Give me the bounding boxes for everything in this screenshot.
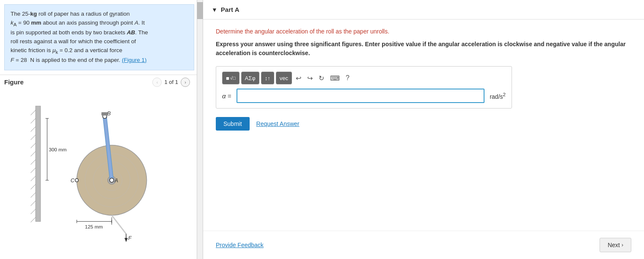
keyboard-button[interactable]: ⌨ bbox=[328, 73, 342, 83]
part-title: Part A bbox=[221, 6, 239, 13]
svg-line-10 bbox=[30, 184, 36, 189]
part-collapse-icon[interactable]: ▼ bbox=[212, 6, 217, 13]
part-header: ▼ Part A bbox=[203, 0, 644, 19]
next-chevron-icon: › bbox=[622, 242, 623, 248]
provide-feedback-button[interactable]: Provide Feedback bbox=[216, 242, 264, 248]
problem-text-content: The 25-kg roll of paper has a radius of … bbox=[11, 11, 148, 63]
svg-text:125 mm: 125 mm bbox=[85, 224, 102, 229]
matrix-button[interactable]: ■ √□ bbox=[223, 72, 239, 84]
svg-line-14 bbox=[30, 217, 36, 223]
svg-point-28 bbox=[110, 178, 114, 182]
svg-text:F: F bbox=[128, 235, 132, 241]
right-panel: ▼ Part A Determine the angular accelerat… bbox=[203, 0, 644, 259]
svg-line-9 bbox=[30, 176, 36, 181]
svg-rect-41 bbox=[101, 112, 108, 116]
svg-line-4 bbox=[30, 135, 36, 140]
figure-header: Figure ‹ 1 of 1 › bbox=[0, 75, 203, 89]
figure-link[interactable]: (Figure 1) bbox=[122, 57, 147, 63]
svg-text:A: A bbox=[114, 178, 118, 184]
scrollbar-thumb[interactable] bbox=[197, 2, 203, 19]
matrix-icon: ■ bbox=[226, 75, 229, 81]
toolbar-group-4: vec bbox=[276, 72, 292, 84]
part-content: Determine the angular acceleration of th… bbox=[203, 19, 644, 231]
problem-text: The 25-kg roll of paper has a radius of … bbox=[4, 4, 194, 70]
svg-text:C: C bbox=[70, 178, 74, 184]
figure-nav: ‹ 1 of 1 › bbox=[152, 78, 190, 87]
refresh-button[interactable]: ↻ bbox=[316, 73, 326, 83]
next-label: Next bbox=[608, 242, 620, 248]
svg-line-1 bbox=[30, 110, 36, 115]
input-row: α = rad/s2 bbox=[222, 89, 506, 103]
left-panel: The 25-kg roll of paper has a radius of … bbox=[0, 0, 203, 259]
svg-line-37 bbox=[112, 215, 126, 234]
help-button[interactable]: ? bbox=[344, 73, 352, 83]
question-intro: Determine the angular acceleration of th… bbox=[216, 28, 631, 35]
svg-line-2 bbox=[30, 118, 36, 123]
undo-button[interactable]: ↩ bbox=[294, 73, 303, 83]
toolbar-group-3: ↕↑ bbox=[261, 72, 274, 84]
svg-marker-39 bbox=[124, 238, 128, 242]
svg-line-3 bbox=[30, 127, 36, 132]
answer-box: ■ √□ AΣφ ↕↑ vec ↩ ↪ ↻ ⌨ ? bbox=[216, 66, 512, 109]
svg-point-30 bbox=[75, 178, 78, 182]
figure-prev-button[interactable]: ‹ bbox=[152, 78, 162, 87]
question-instruction-text: Express your answer using three signific… bbox=[216, 41, 626, 56]
next-button[interactable]: Next › bbox=[600, 238, 631, 252]
answer-input[interactable] bbox=[237, 89, 485, 103]
toolbar: ■ √□ AΣφ ↕↑ vec ↩ ↪ ↻ ⌨ ? bbox=[222, 72, 506, 84]
svg-text:300 mm: 300 mm bbox=[49, 147, 66, 152]
action-row: Submit Request Answer bbox=[216, 117, 631, 131]
figure-counter: 1 of 1 bbox=[164, 79, 178, 85]
figure-area: 300 mm B A C 125 mm bbox=[0, 89, 203, 259]
sqrt-icon: √□ bbox=[230, 75, 236, 81]
question-instruction: Express your answer using three signific… bbox=[216, 40, 631, 58]
svg-line-6 bbox=[30, 151, 36, 156]
svg-line-7 bbox=[30, 159, 36, 164]
svg-line-11 bbox=[30, 192, 36, 198]
svg-rect-0 bbox=[36, 106, 41, 221]
alpha-label: α = bbox=[222, 92, 231, 100]
fraction-button[interactable]: ↕↑ bbox=[261, 72, 274, 84]
toolbar-group-2: AΣφ bbox=[241, 72, 259, 84]
bottom-bar: Provide Feedback Next › bbox=[203, 231, 644, 259]
svg-line-8 bbox=[30, 168, 36, 173]
figure-next-button[interactable]: › bbox=[181, 78, 190, 87]
unit-label: rad/s2 bbox=[490, 92, 506, 100]
svg-line-5 bbox=[30, 143, 36, 148]
svg-line-12 bbox=[30, 201, 36, 206]
submit-button[interactable]: Submit bbox=[216, 117, 250, 131]
vec-button[interactable]: vec bbox=[276, 72, 292, 84]
figure-title: Figure bbox=[4, 78, 24, 86]
request-answer-button[interactable]: Request Answer bbox=[256, 120, 300, 127]
svg-line-13 bbox=[30, 209, 36, 214]
figure-diagram: 300 mm B A C 125 mm bbox=[25, 94, 169, 242]
symbol-button[interactable]: AΣφ bbox=[242, 72, 259, 84]
redo-button[interactable]: ↪ bbox=[305, 73, 315, 83]
toolbar-group-1: ■ √□ bbox=[222, 72, 239, 84]
